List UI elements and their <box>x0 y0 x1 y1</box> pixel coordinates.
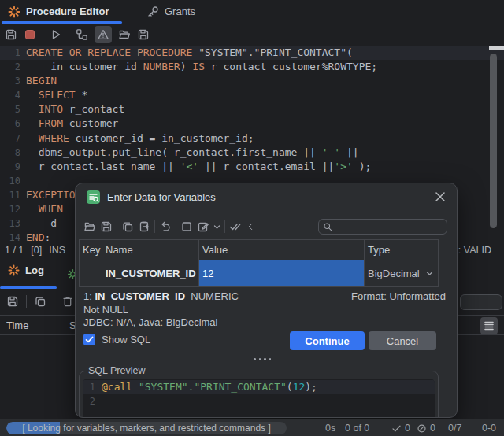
line-number: 12 <box>0 202 20 216</box>
chevron-down-icon <box>426 270 433 277</box>
save-all-icon[interactable] <box>137 28 150 41</box>
progress-bar: [ Looking for variables, markers, and re… <box>6 422 287 434</box>
toolbar-divider <box>54 295 54 308</box>
code-line[interactable]: 5 INTO r_contact <box>0 102 504 116</box>
toolbar-divider <box>154 220 155 233</box>
app-window: Procedure Editor Grants <box>0 0 504 436</box>
editor-vertical-scrollbar[interactable] <box>490 54 497 228</box>
log-view-options[interactable] <box>480 317 498 334</box>
save-parameters-icon[interactable] <box>100 220 113 233</box>
tab-label: Log <box>25 264 44 276</box>
column-name[interactable]: Name <box>102 240 198 260</box>
line-number: 5 <box>0 102 20 116</box>
toolbar-divider <box>26 295 27 308</box>
tab-grants[interactable]: Grants <box>146 0 195 23</box>
code-line[interactable]: 7 WHERE customer_id = in_customer_id; <box>0 131 504 146</box>
code-line[interactable]: 2 <box>83 394 435 408</box>
row-range: 0-0 <box>482 422 496 434</box>
copy-icon[interactable] <box>34 295 46 308</box>
sql-preview-editor[interactable]: 1@call "SYSTEM"."PRINT_CONTACT"(12);2 <box>83 379 435 418</box>
close-icon[interactable] <box>435 191 446 202</box>
line-number: 10 <box>0 174 20 188</box>
chevron-left-icon[interactable] <box>246 222 255 231</box>
sql-preview-label: SQL Preview <box>84 365 149 376</box>
loading-spinner-icon <box>8 264 20 276</box>
tab-log[interactable]: Log <box>8 264 44 276</box>
log-column-time[interactable]: Time <box>0 320 65 331</box>
key-icon <box>146 6 159 18</box>
line-number: 11 <box>0 188 20 202</box>
line-number: 4 <box>0 88 20 102</box>
parameters-dialog-icon <box>87 190 100 204</box>
stop-icon[interactable] <box>24 28 36 41</box>
cancel-button[interactable]: Cancel <box>369 331 436 350</box>
type-value: BigDecimal <box>368 268 420 279</box>
dialog-search-box[interactable] <box>318 219 447 235</box>
dialog-title: Enter Data for Variables <box>107 191 216 203</box>
search-input[interactable] <box>336 221 439 232</box>
code-line[interactable]: 1CREATE OR REPLACE PROCEDURE "SYSTEM"."P… <box>0 46 504 60</box>
line-number: 3 <box>0 74 20 88</box>
save-log-icon[interactable] <box>6 295 19 308</box>
variable-jdbc: JDBC: N/A, Java: BigDecimal <box>83 316 239 330</box>
apply-all-icon[interactable] <box>229 220 242 233</box>
structure-icon[interactable] <box>76 28 88 41</box>
edit-value-icon[interactable] <box>197 220 209 233</box>
code-line[interactable]: 6 FROM customer <box>0 116 504 131</box>
log-filter-field[interactable] <box>460 294 502 310</box>
type-dropdown[interactable]: BigDecimal <box>364 260 438 286</box>
key-cell[interactable] <box>80 260 102 286</box>
show-sql-checkbox[interactable] <box>83 334 95 345</box>
format-label: Format: Unformatted <box>351 290 446 302</box>
line-number: 9 <box>0 160 20 174</box>
code-line[interactable]: 2 in_customer_id NUMBER) IS r_contact cu… <box>0 60 504 74</box>
procedure-toolbar <box>0 24 504 46</box>
chevron-down-icon[interactable] <box>213 224 220 231</box>
code-line[interactable]: 8 dbms_output.put_line( r_contact.first_… <box>0 146 504 160</box>
check-icon <box>83 334 95 345</box>
paste-icon[interactable] <box>138 220 150 233</box>
run-icon[interactable] <box>50 28 62 41</box>
toolbar-divider <box>69 28 69 41</box>
column-type[interactable]: Type <box>364 240 438 260</box>
insert-mode: INS <box>49 245 65 256</box>
line-number: 14 <box>0 231 20 241</box>
empty-value-icon[interactable] <box>180 220 193 233</box>
copy-icon[interactable] <box>121 220 134 233</box>
enter-data-dialog: Enter Data for Variables <box>75 183 458 418</box>
line-number: 2 <box>83 394 95 408</box>
search-icon <box>323 222 333 232</box>
compile-warnings-toggle[interactable] <box>94 26 112 43</box>
success-count: 0 <box>405 422 410 434</box>
status-bar: [ Looking for variables, markers, and re… <box>0 419 504 436</box>
success-check-icon <box>391 423 402 434</box>
resize-handle-dots[interactable] <box>254 358 271 360</box>
variable-nullability: Not NULL <box>83 304 239 317</box>
column-key[interactable]: Key <box>80 240 102 260</box>
delete-icon[interactable] <box>61 295 74 308</box>
continue-button[interactable]: Continue <box>290 331 365 350</box>
column-value[interactable]: Value <box>198 240 364 260</box>
code-line[interactable]: 3BEGIN <box>0 74 504 88</box>
dialog-header: Enter Data for Variables <box>76 183 457 210</box>
code-line[interactable]: 4 SELECT * <box>0 88 504 102</box>
save-icon[interactable] <box>5 28 17 41</box>
line-number: 8 <box>0 146 20 160</box>
code-line[interactable]: 1@call "SYSTEM"."PRINT_CONTACT"(12); <box>83 380 435 394</box>
code-line[interactable]: 9 r_contact.last_name || '<' || r_contac… <box>0 160 504 174</box>
open-icon[interactable] <box>118 28 131 41</box>
sql-preview-panel: SQL Preview 1@call "SYSTEM"."PRINT_CONTA… <box>79 371 439 418</box>
progress-ratio: 0/7 <box>448 422 461 434</box>
dialog-toolbar <box>83 218 450 235</box>
tab-label: Procedure Editor <box>26 6 109 17</box>
open-parameters-icon[interactable] <box>83 220 96 233</box>
name-cell[interactable]: IN_CUSTOMER_ID <box>102 260 198 286</box>
show-sql-option[interactable]: Show SQL <box>83 334 150 345</box>
editor-tab-bar: Procedure Editor Grants <box>0 0 504 24</box>
tab-procedure-editor[interactable]: Procedure Editor <box>8 0 109 23</box>
value-cell[interactable]: 12 <box>198 260 364 286</box>
loading-spinner-icon <box>8 6 20 18</box>
cancelled-count: 0 <box>430 422 435 434</box>
undo-icon[interactable] <box>159 220 172 233</box>
elapsed-time: 0s <box>325 422 335 434</box>
